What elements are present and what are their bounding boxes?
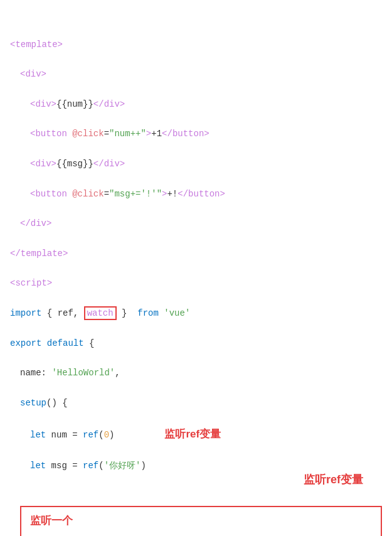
line-10: import { ref, watch } from 'vue'	[10, 306, 382, 321]
line-8: </template>	[10, 247, 382, 262]
line-13: setup() {	[10, 396, 382, 411]
line-15: let msg = ref('你好呀')	[10, 459, 382, 474]
line-7: </div>	[10, 217, 382, 232]
line-2: <div>	[10, 67, 382, 82]
line-12: name: 'HelloWorld',	[10, 366, 382, 381]
line-6: <button @click="msg+='!'">+!</button>	[10, 187, 382, 202]
line-4: <button @click="num++">+1</button>	[10, 127, 382, 142]
watch-one-label: 监听一个	[30, 515, 73, 527]
code-container: <template> <div> <div>{{num}}</div> <but…	[0, 0, 392, 536]
watch-highlight: watch	[84, 306, 117, 320]
watch-one-block: // 第一种情况 watch(num, (newVal, oldVal) => …	[30, 528, 372, 536]
line-5: <div>{{msg}}</div>	[10, 157, 382, 172]
line-11: export default {	[10, 336, 382, 351]
line-1: <template>	[10, 38, 382, 53]
watch-examples-box: 监听一个 // 第一种情况 watch(num, (newVal, oldVal…	[20, 506, 382, 536]
line-3: <div>{{num}}</div>	[10, 97, 382, 112]
code-block: <template> <div> <div>{{num}}</div> <but…	[10, 8, 382, 503]
watch-ref-label: 监听ref变量	[304, 472, 363, 487]
line-9: <script>	[10, 276, 382, 291]
line-14: let num = ref(0)监听ref变量	[10, 426, 382, 444]
watch-ref-annotation: 监听ref变量	[164, 428, 221, 440]
